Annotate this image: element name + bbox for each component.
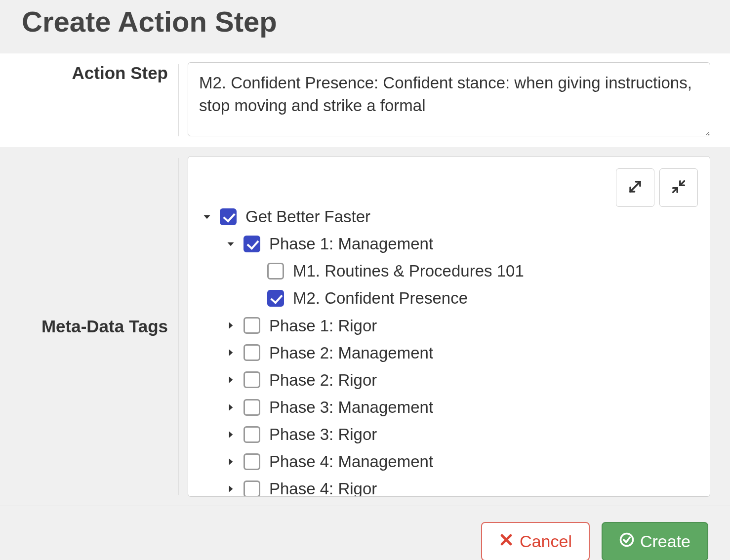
tags-tree: Get Better FasterPhase 1: ManagementM1. …: [200, 203, 698, 497]
create-button-label: Create: [640, 532, 690, 551]
tree-node: Phase 4: Management: [224, 448, 698, 475]
tags-panel: Get Better FasterPhase 1: ManagementM1. …: [188, 156, 710, 497]
tree-checkbox[interactable]: [243, 344, 260, 361]
tree-node: Phase 1: Rigor: [224, 312, 698, 339]
tree-label: Phase 4: Management: [266, 449, 433, 474]
dialog-title: Create Action Step: [22, 5, 708, 38]
tree-checkbox[interactable]: [243, 453, 260, 470]
tree-label: Phase 1: Management: [266, 231, 433, 256]
dialog-footer: Cancel Create: [0, 506, 730, 560]
tree-checkbox[interactable]: [220, 208, 237, 225]
chevron-right-icon[interactable]: [224, 400, 238, 414]
tree-label: Get Better Faster: [243, 204, 370, 229]
dialog-create-action-step: Create Action Step Action Step Meta-Data…: [0, 0, 730, 560]
dialog-header: Create Action Step: [0, 0, 730, 53]
panel-controls: [616, 168, 698, 207]
svg-line-0: [630, 182, 640, 192]
row-action-step: Action Step: [0, 53, 730, 147]
tree-node: Phase 3: Rigor: [224, 421, 698, 448]
tree-label: Phase 4: Rigor: [266, 476, 377, 497]
tree-checkbox[interactable]: [243, 426, 260, 443]
expand-all-button[interactable]: [616, 168, 654, 207]
chevron-right-icon[interactable]: [224, 373, 238, 387]
cancel-button[interactable]: Cancel: [481, 522, 590, 560]
tree-node: M1. Routines & Procedures 101: [247, 257, 698, 284]
collapse-all-button[interactable]: [659, 168, 698, 207]
create-button[interactable]: Create: [602, 522, 708, 560]
tree-node: Phase 4: Rigor: [224, 475, 698, 497]
tree-node: Phase 2: Management: [224, 339, 698, 366]
tree-node: Phase 1: Management: [224, 230, 698, 257]
check-circle-icon: [619, 532, 634, 551]
chevron-right-icon[interactable]: [224, 346, 238, 360]
chevron-down-icon[interactable]: [224, 237, 238, 251]
tree-label: M1. Routines & Procedures 101: [290, 258, 524, 283]
svg-point-5: [620, 534, 633, 546]
tree-node: M2. Confident Presence: [247, 284, 698, 312]
tree-label: Phase 2: Management: [266, 340, 433, 365]
tree-node: Get Better Faster: [200, 203, 698, 230]
chevron-right-icon[interactable]: [224, 428, 238, 441]
tree-checkbox[interactable]: [243, 236, 260, 252]
chevron-right-icon[interactable]: [224, 482, 238, 496]
label-action-step: Action Step: [0, 53, 188, 147]
label-meta-data-tags: Meta-Data Tags: [0, 147, 188, 506]
tree-label: Phase 2: Rigor: [266, 367, 377, 393]
tree-checkbox[interactable]: [243, 317, 260, 334]
tree-checkbox[interactable]: [243, 371, 260, 388]
tree-checkbox[interactable]: [243, 480, 260, 497]
close-icon: [499, 532, 514, 551]
tree-label: Phase 1: Rigor: [266, 313, 377, 338]
tree-node: Phase 2: Rigor: [224, 366, 698, 394]
tree-node: Phase 3: Management: [224, 394, 698, 421]
tree-checkbox[interactable]: [267, 263, 284, 280]
chevron-right-icon[interactable]: [224, 455, 238, 469]
tree-checkbox[interactable]: [243, 399, 260, 416]
cancel-button-label: Cancel: [520, 532, 572, 551]
chevron-right-icon[interactable]: [224, 319, 238, 332]
tree-label: Phase 3: Rigor: [266, 422, 377, 447]
tree-label: Phase 3: Management: [266, 395, 433, 420]
tree-label: M2. Confident Presence: [290, 285, 468, 311]
action-step-textarea[interactable]: [188, 62, 710, 136]
collapse-icon: [670, 178, 687, 197]
row-meta-data-tags: Meta-Data Tags: [0, 147, 730, 506]
tree-checkbox[interactable]: [267, 290, 284, 307]
chevron-down-icon[interactable]: [200, 210, 214, 224]
expand-icon: [627, 178, 644, 197]
